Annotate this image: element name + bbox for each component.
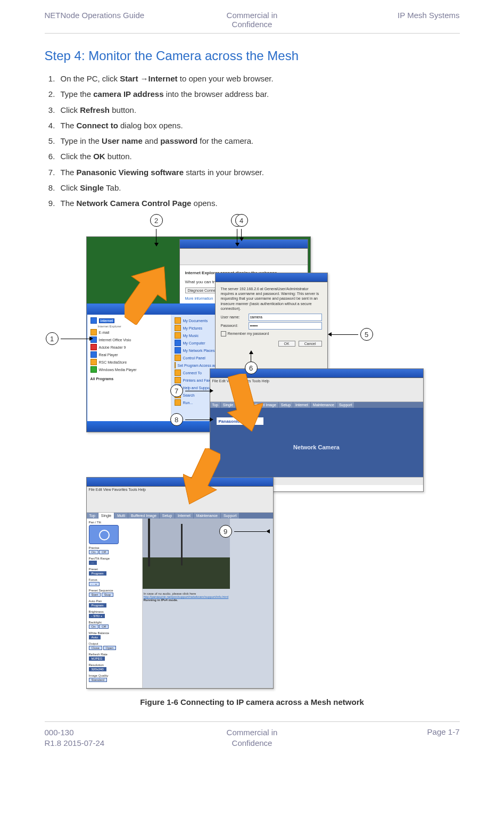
dialog-message: The server 192.168.2.6 at GeneralUser/Ad… [216, 282, 327, 313]
svg-marker-1 [226, 374, 263, 432]
username-input[interactable] [249, 314, 322, 321]
camera-view: In case of no audio, please click here h… [143, 519, 273, 688]
ok-button[interactable]: OK [278, 341, 295, 347]
callout-1: 1 [46, 332, 93, 345]
tab-maint[interactable]: Maintenance [311, 402, 336, 408]
callout-8: 8 [170, 413, 213, 426]
control-panel-icon [175, 355, 181, 361]
start-menu-left: Internet Internet Explorer E-mail Intern… [87, 315, 171, 421]
run-icon [175, 399, 181, 406]
connect-dialog: The server 192.168.2.6 at GeneralUser/Ad… [215, 273, 328, 369]
wmp-icon [90, 366, 97, 373]
folder-icon [175, 325, 181, 331]
orange-arrow-1 [125, 261, 167, 325]
step-7: The Panasonic Viewing software starts in… [57, 165, 460, 180]
printer-icon [175, 377, 181, 383]
ctab-setup[interactable]: Setup [160, 513, 175, 519]
step-8: Click Single Tab. [57, 180, 460, 195]
off-button[interactable]: Off [99, 550, 109, 554]
callout-7: 7 [170, 384, 213, 397]
step-9: The Network Camera Control Page opens. [57, 195, 460, 211]
password-input[interactable] [249, 322, 322, 330]
network-camera-heading: Network Camera [210, 444, 423, 450]
steps-list: On the PC, click Start →Internet to open… [45, 71, 460, 211]
figure-caption: Figure 1-6 Connecting to IP camera acros… [77, 697, 428, 706]
ctab-top[interactable]: Top [87, 513, 98, 519]
all-programs[interactable]: All Programs [90, 376, 168, 381]
ie-toolbar [180, 249, 308, 265]
checkbox-icon [221, 331, 226, 336]
header-right: IP Mesh Systems [321, 11, 460, 29]
browser3-toolbar: File Edit View Favorites Tools Help [87, 487, 273, 513]
callout-6: 6 [245, 350, 258, 376]
callout-2: 2 [150, 214, 163, 247]
ctab-buffered[interactable]: Buffered Image [128, 513, 159, 519]
svg-marker-2 [183, 448, 220, 507]
callout-4: 4 [235, 214, 248, 241]
step-2: Type the camera IP address into the brow… [57, 86, 460, 102]
ctab-internet[interactable]: Internet [175, 513, 193, 519]
header-left: NETNode Operations Guide [45, 11, 183, 29]
tab-setup[interactable]: Setup [279, 402, 293, 408]
figure: Internet Explorer cannot display the web… [77, 214, 428, 706]
app-icon [90, 359, 97, 365]
step-5: Type in the User name and password for t… [57, 133, 460, 149]
step-6: Click the OK button. [57, 149, 460, 164]
footer-right: Page 1-7 [321, 727, 460, 748]
tab-support[interactable]: Support [337, 402, 354, 408]
step-title: Step 4: Monitor the Camera across the Me… [45, 48, 460, 63]
username-row: User name: [216, 313, 327, 322]
remember-checkbox[interactable]: Remember my password [216, 330, 327, 338]
browser3-status [87, 688, 273, 689]
camera-captions: In case of no audio, please click here h… [144, 592, 229, 602]
network-icon [175, 347, 181, 354]
dialog-titlebar [216, 273, 327, 282]
header-center: Commercial in Confidence [183, 11, 321, 29]
page-header: NETNode Operations Guide Commercial in C… [45, 11, 460, 34]
computer-icon [175, 340, 181, 346]
orange-arrow-2 [226, 374, 263, 432]
ctab-multi[interactable]: Multi [114, 513, 128, 519]
camera-sidebar: Pan / Tilt PreciseOn Off Pan/Tilt Range·… [87, 519, 143, 688]
folder-icon [175, 317, 181, 324]
real-icon [90, 351, 97, 358]
password-row: Password: [216, 322, 327, 330]
figure-stage: Internet Explorer cannot display the web… [77, 214, 428, 693]
step-1: On the PC, click Start →Internet to open… [57, 71, 460, 86]
step-3: Click Refresh button. [57, 102, 460, 118]
page-footer: 000-130 R1.8 2015-07-24 Commercial in Co… [45, 721, 460, 748]
ctab-maint[interactable]: Maintenance [194, 513, 220, 519]
screenshot-camera-control: File Edit View Favorites Tools Help Top … [86, 477, 274, 689]
callout-9: 9 [219, 525, 270, 538]
tab-top[interactable]: Top [210, 402, 220, 408]
orange-arrow-3 [183, 448, 220, 507]
callout-5: 5 [328, 328, 373, 341]
tab-internet[interactable]: Internet [293, 402, 310, 408]
on-button[interactable]: On [89, 550, 98, 554]
svg-marker-0 [125, 261, 167, 325]
ie-icon [90, 317, 97, 324]
pantilt-control[interactable] [89, 525, 119, 544]
connect-icon [175, 369, 181, 376]
step-4: The Connect to dialog box opens. [57, 118, 460, 133]
browser3-titlebar [87, 478, 273, 487]
ctab-support[interactable]: Support [221, 513, 239, 519]
cancel-button[interactable]: Cancel [299, 341, 322, 347]
folder-icon [175, 332, 181, 339]
ctab-single[interactable]: Single [98, 513, 114, 519]
defaults-icon [175, 362, 176, 368]
footer-center: Commercial in Confidence [183, 727, 321, 748]
footer-left: 000-130 R1.8 2015-07-24 [45, 727, 183, 748]
camera-image [143, 519, 230, 589]
camera-tabs: Top Single Multi Buffered Image Setup In… [87, 513, 273, 519]
